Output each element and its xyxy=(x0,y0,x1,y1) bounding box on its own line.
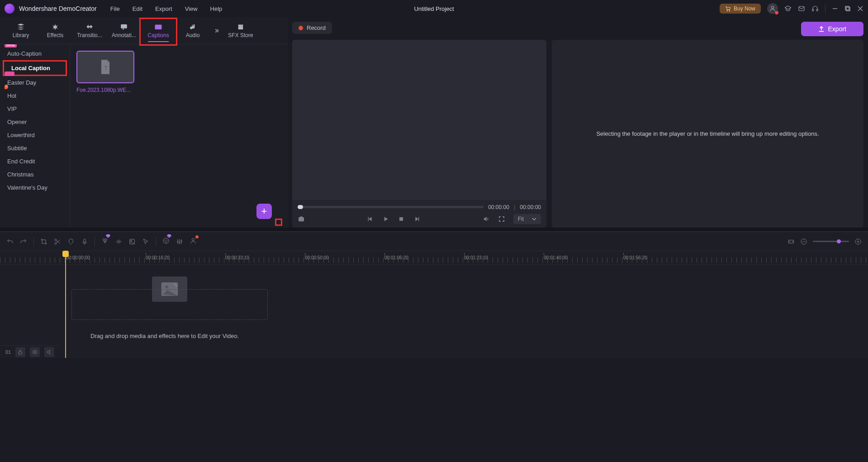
svg-text:T: T xyxy=(104,65,108,72)
track-footer: 01 xyxy=(0,345,60,358)
playhead[interactable] xyxy=(65,251,66,358)
seek-knob[interactable] xyxy=(298,205,303,209)
fit-label: Fit xyxy=(518,216,524,222)
ruler-mark: 00:01:06:20 xyxy=(384,253,408,260)
fullscreen-icon[interactable] xyxy=(498,215,505,223)
tab-annotations[interactable]: Annotati... xyxy=(107,20,141,41)
menu-edit[interactable]: Edit xyxy=(133,5,142,12)
academy-icon[interactable] xyxy=(784,5,792,12)
sidebar-item-auto-caption[interactable]: BetaAuto-Caption xyxy=(0,47,70,60)
sidebar-item-lowerthird[interactable]: Lowerthird xyxy=(0,129,70,142)
zoom-knob[interactable] xyxy=(837,239,841,243)
menu-export[interactable]: Export xyxy=(155,5,172,12)
sidebar-item-vip[interactable]: VIP xyxy=(0,102,70,115)
zoom-out-icon[interactable] xyxy=(800,238,807,245)
headset-icon[interactable] xyxy=(811,5,819,12)
redo-icon[interactable] xyxy=(20,238,27,245)
properties-panel: Selecting the footage in the player or i… xyxy=(552,40,863,228)
new-badge xyxy=(5,71,14,76)
svg-rect-3 xyxy=(799,6,804,10)
sidebar-item-opener[interactable]: Opener xyxy=(0,115,70,129)
adjust-icon[interactable] xyxy=(176,238,183,245)
buy-now-label: Buy Now xyxy=(734,5,755,12)
avatar-tool[interactable] xyxy=(190,237,197,246)
timeline-ruler[interactable]: 00:00:00:00 00:00:16:20 00:00:33:10 00:0… xyxy=(0,251,868,265)
sidebar-item-subtitle[interactable]: Subtitle xyxy=(0,142,70,155)
panel-splitter[interactable] xyxy=(0,228,868,231)
tab-library[interactable]: Library xyxy=(4,20,38,41)
stop-icon[interactable] xyxy=(398,215,405,223)
split-icon[interactable] xyxy=(54,238,61,245)
tab-captions[interactable]: T Captions xyxy=(141,20,175,41)
cursor-tool-icon[interactable] xyxy=(142,238,149,245)
record-dot-icon xyxy=(299,26,303,30)
tab-transitions[interactable]: Transitio... xyxy=(72,20,107,41)
marker-icon[interactable] xyxy=(67,238,75,245)
seek-slider[interactable] xyxy=(298,206,484,208)
add-caption-button[interactable]: + xyxy=(256,204,272,219)
sidebar-item-valentines[interactable]: Valentine's Day xyxy=(0,181,70,194)
group-tool[interactable] xyxy=(101,237,109,246)
svg-point-20 xyxy=(105,238,107,240)
tab-effects[interactable]: Effects xyxy=(38,20,72,41)
crop-icon[interactable] xyxy=(40,238,47,245)
close-button[interactable] xyxy=(857,5,863,12)
sidebar-item-end-credit[interactable]: End Credit xyxy=(0,155,70,168)
lock-track-icon[interactable] xyxy=(15,347,25,357)
tab-audio[interactable]: Audio xyxy=(175,20,210,41)
tab-sfx-store[interactable]: SFX Store xyxy=(223,20,258,41)
ruler-mark: 00:00:33:10 xyxy=(225,253,249,260)
menu-help[interactable]: Help xyxy=(210,5,223,12)
svg-rect-11 xyxy=(238,26,243,29)
asset-tabs: Library Effects Transitio... Annotati...… xyxy=(0,17,288,44)
timeline-toolbar xyxy=(0,232,868,251)
voiceover-icon[interactable] xyxy=(81,238,88,245)
project-title: Untitled Project xyxy=(414,5,454,12)
zoom-slider[interactable] xyxy=(813,241,849,242)
caption-thumb[interactable]: T Foe.2023.1080p.WE... xyxy=(76,51,134,93)
minimize-button[interactable] xyxy=(832,5,838,12)
svg-point-1 xyxy=(729,10,730,11)
fit-timeline-icon[interactable] xyxy=(787,238,795,245)
beauty-tool[interactable] xyxy=(162,237,170,246)
menu-view[interactable]: View xyxy=(185,5,198,12)
time-total: 00:00:00 xyxy=(520,204,541,210)
audio-tool-icon[interactable] xyxy=(115,238,122,245)
player-viewport[interactable] xyxy=(292,40,546,200)
visibility-track-icon[interactable] xyxy=(30,347,40,357)
svg-point-2 xyxy=(771,6,773,9)
fit-dropdown[interactable]: Fit xyxy=(513,214,541,224)
caption-grid: T Foe.2023.1080p.WE... + xyxy=(70,44,288,228)
user-avatar[interactable] xyxy=(767,3,778,14)
svg-point-27 xyxy=(177,241,179,242)
text-file-icon: T xyxy=(99,59,112,75)
caption-thumb-preview: T xyxy=(76,51,134,83)
next-frame-icon[interactable] xyxy=(413,215,420,223)
mute-track-icon[interactable] xyxy=(44,347,54,357)
record-button[interactable]: Record xyxy=(292,22,332,34)
sidebar-item-hot[interactable]: Hot xyxy=(0,89,70,102)
tab-more[interactable] xyxy=(210,24,223,37)
snapshot-icon[interactable] xyxy=(298,215,305,223)
notification-dot-icon xyxy=(195,235,199,238)
menu-file[interactable]: File xyxy=(110,5,120,12)
time-current: 00:00:00 xyxy=(488,204,509,210)
freeze-frame-icon[interactable] xyxy=(128,238,136,245)
track-dropzone[interactable] xyxy=(71,289,268,320)
volume-icon[interactable] xyxy=(483,215,490,223)
zoom-in-icon[interactable] xyxy=(854,238,862,245)
sidebar-item-christmas[interactable]: Christmas xyxy=(0,168,70,181)
export-button[interactable]: Export xyxy=(801,22,863,36)
svg-rect-18 xyxy=(84,239,85,243)
mail-icon[interactable] xyxy=(798,5,805,12)
undo-icon[interactable] xyxy=(6,238,14,245)
play-icon[interactable] xyxy=(382,215,389,223)
prev-frame-icon[interactable] xyxy=(367,215,374,223)
maximize-button[interactable] xyxy=(844,5,851,12)
drop-hint-text: Drag and drop media and effects here to … xyxy=(90,333,239,339)
buy-now-button[interactable]: Buy Now xyxy=(720,4,761,14)
sidebar-item-easter-day[interactable]: Easter Day xyxy=(0,76,70,89)
svg-point-35 xyxy=(165,286,168,289)
flame-icon xyxy=(5,85,8,89)
svg-point-25 xyxy=(165,240,165,240)
